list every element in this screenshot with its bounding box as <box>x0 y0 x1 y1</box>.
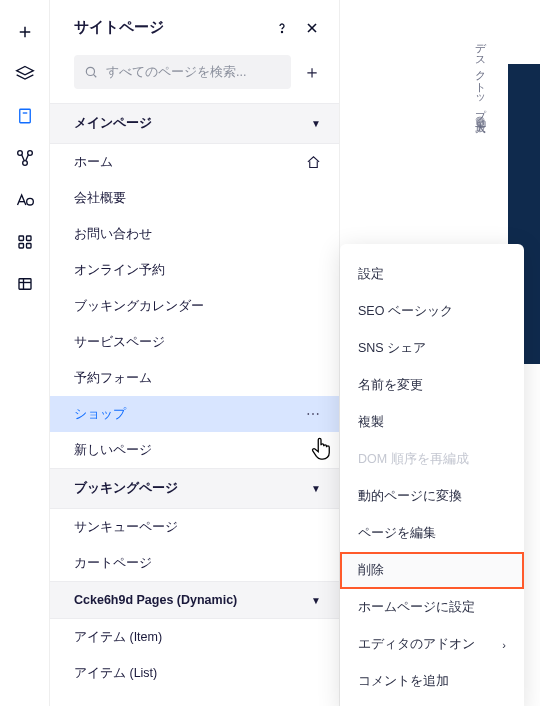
panel-title: サイトページ <box>74 18 164 37</box>
page-item-label: 新しいページ <box>74 442 152 459</box>
page-item-label: ショップ <box>74 406 126 423</box>
plus-icon[interactable] <box>13 20 37 44</box>
page-item-label: アイテム (Item) <box>74 629 162 646</box>
context-menu-item[interactable]: 動的ページに変換 <box>340 478 524 515</box>
svg-line-20 <box>93 74 96 77</box>
context-menu-label: ホームページに設定 <box>358 599 475 616</box>
context-menu-item[interactable]: 名前を変更 <box>340 367 524 404</box>
svg-point-16 <box>281 31 282 32</box>
context-menu-label: 名前を変更 <box>358 377 423 394</box>
search-placeholder: すべてのページを検索... <box>106 64 246 81</box>
page-item-label: お問い合わせ <box>74 226 152 243</box>
apps-icon[interactable] <box>13 230 37 254</box>
page-item-label: サンキューページ <box>74 519 178 536</box>
typography-icon[interactable] <box>13 188 37 212</box>
panel-header: サイトページ <box>50 14 339 55</box>
data-icon[interactable] <box>13 272 37 296</box>
cursor-pointer-icon <box>310 436 332 465</box>
page-item[interactable]: ショップ⋯ <box>50 396 339 432</box>
context-menu-item[interactable]: SEO ベーシック <box>340 293 524 330</box>
page-item-label: カートページ <box>74 555 152 572</box>
svg-point-7 <box>22 161 27 166</box>
svg-rect-22 <box>477 119 483 125</box>
chevron-down-icon: ▼ <box>311 118 321 129</box>
page-context-menu: 設定SEO ベーシックSNS シェア名前を変更複製DOM 順序を再編成動的ページ… <box>340 244 524 706</box>
svg-point-8 <box>26 198 33 205</box>
svg-rect-9 <box>19 236 24 241</box>
context-menu-item: DOM 順序を再編成 <box>340 441 524 478</box>
page-item-label: ブッキングカレンダー <box>74 298 204 315</box>
svg-rect-11 <box>19 244 24 249</box>
context-menu-item[interactable]: ホームページに設定 <box>340 589 524 626</box>
page-item[interactable]: アイテム (List) <box>50 655 339 691</box>
page-item-label: オンライン予約 <box>74 262 165 279</box>
viewport-label: デスクトップ（最大） <box>473 36 488 129</box>
context-menu-item[interactable]: 削除 <box>340 552 524 589</box>
context-menu-item[interactable]: ページを編集 <box>340 515 524 552</box>
help-icon[interactable] <box>273 19 291 37</box>
svg-rect-13 <box>19 279 31 290</box>
page-item[interactable]: お問い合わせ <box>50 216 339 252</box>
close-icon[interactable] <box>303 19 321 37</box>
chevron-down-icon: ▼ <box>311 483 321 494</box>
page-item[interactable]: ホーム <box>50 144 339 180</box>
chevron-right-icon: › <box>502 639 506 651</box>
page-item[interactable]: サービスページ <box>50 324 339 360</box>
connect-icon[interactable] <box>13 146 37 170</box>
search-icon <box>84 65 98 79</box>
context-menu-label: コメントを追加 <box>358 673 449 690</box>
context-menu-label: ページを編集 <box>358 525 436 542</box>
svg-rect-21 <box>479 121 485 127</box>
chevron-down-icon: ▼ <box>311 595 321 606</box>
context-menu-label: エディタのアドオン <box>358 636 475 653</box>
section-header[interactable]: メインページ▼ <box>50 103 339 144</box>
svg-rect-12 <box>26 244 31 249</box>
more-icon[interactable]: ⋯ <box>306 406 321 422</box>
svg-point-6 <box>27 151 32 156</box>
page-item[interactable]: 会社概要 <box>50 180 339 216</box>
context-menu-label: 設定 <box>358 266 384 283</box>
page-item-label: アイテム (List) <box>74 665 157 682</box>
context-menu-item[interactable]: 複製 <box>340 404 524 441</box>
context-menu-label: 複製 <box>358 414 384 431</box>
section-title: Ccke6h9d Pages (Dynamic) <box>74 593 237 607</box>
pages-icon[interactable] <box>13 104 37 128</box>
context-menu-item[interactable]: SNS シェア <box>340 330 524 367</box>
page-item[interactable]: 新しいページ <box>50 432 339 468</box>
section-title: メインページ <box>74 115 152 132</box>
svg-point-19 <box>86 67 94 75</box>
section-header[interactable]: ブッキングページ▼ <box>50 468 339 509</box>
pages-panel: サイトページ すべてのページを検索... ＋ メインページ▼ホーム会社概要お問い… <box>50 0 340 706</box>
svg-rect-10 <box>26 236 31 241</box>
page-item-label: ホーム <box>74 154 113 171</box>
svg-point-5 <box>17 151 22 156</box>
search-input[interactable]: すべてのページを検索... <box>74 55 291 89</box>
svg-marker-2 <box>16 67 33 75</box>
context-menu-label: SEO ベーシック <box>358 303 453 320</box>
page-item-label: 予約フォーム <box>74 370 152 387</box>
context-menu-item[interactable]: 設定 <box>340 256 524 293</box>
context-menu-item[interactable]: コメントを追加 <box>340 663 524 700</box>
context-menu-label: SNS シェア <box>358 340 426 357</box>
context-menu-item[interactable]: エディタのアドオン› <box>340 626 524 663</box>
page-item[interactable]: アイテム (Item) <box>50 619 339 655</box>
page-item-label: サービスページ <box>74 334 165 351</box>
add-page-button[interactable]: ＋ <box>299 59 325 85</box>
context-menu-label: DOM 順序を再編成 <box>358 451 469 468</box>
svg-rect-3 <box>19 109 30 123</box>
context-menu-label: 動的ページに変換 <box>358 488 462 505</box>
section-header[interactable]: Ccke6h9d Pages (Dynamic)▼ <box>50 581 339 619</box>
copy-icon <box>475 117 487 129</box>
layers-icon[interactable] <box>13 62 37 86</box>
page-item[interactable]: ブッキングカレンダー <box>50 288 339 324</box>
page-item[interactable]: オンライン予約 <box>50 252 339 288</box>
section-title: ブッキングページ <box>74 480 178 497</box>
page-item[interactable]: サンキューページ <box>50 509 339 545</box>
page-item-label: 会社概要 <box>74 190 126 207</box>
home-icon <box>306 155 321 170</box>
context-menu-label: 削除 <box>358 562 384 579</box>
page-item[interactable]: カートページ <box>50 545 339 581</box>
left-icon-bar <box>0 0 50 706</box>
page-item[interactable]: 予約フォーム <box>50 360 339 396</box>
